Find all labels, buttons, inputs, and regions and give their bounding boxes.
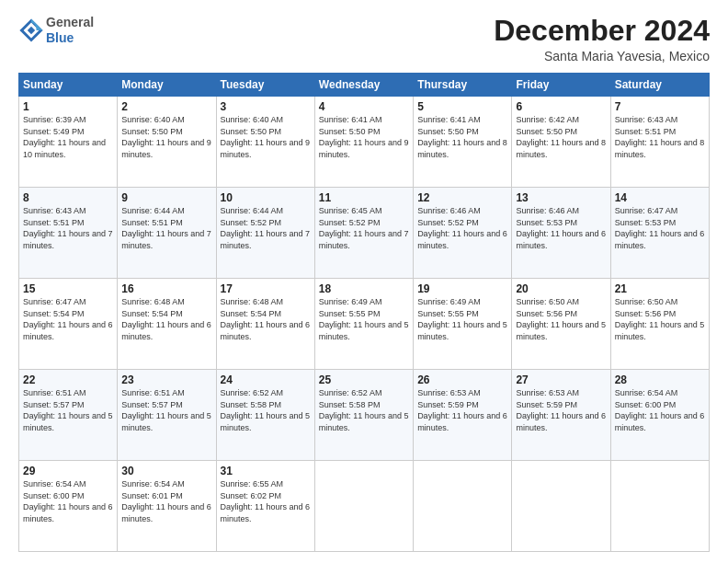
day-number: 1 [23, 100, 113, 113]
logo-general: General [46, 15, 94, 29]
day-info: Sunrise: 6:54 AMSunset: 6:00 PMDaylight:… [615, 387, 705, 433]
day-number: 23 [121, 373, 211, 386]
logo-text-block: General Blue [46, 15, 94, 46]
calendar-cell: 14Sunrise: 6:47 AMSunset: 5:53 PMDayligh… [610, 188, 709, 279]
calendar-cell: 15Sunrise: 6:47 AMSunset: 5:54 PMDayligh… [19, 279, 118, 370]
day-info: Sunrise: 6:51 AMSunset: 5:57 PMDaylight:… [23, 387, 113, 433]
day-number: 7 [615, 100, 705, 113]
day-number: 30 [121, 465, 211, 477]
day-number: 12 [417, 191, 507, 204]
day-info: Sunrise: 6:53 AMSunset: 5:59 PMDaylight:… [417, 387, 507, 433]
col-sunday: Sunday [19, 74, 118, 97]
calendar-cell: 3Sunrise: 6:40 AMSunset: 5:50 PMDaylight… [216, 97, 314, 188]
day-info: Sunrise: 6:41 AMSunset: 5:50 PMDaylight:… [319, 114, 409, 160]
day-info: Sunrise: 6:50 AMSunset: 5:56 PMDaylight:… [615, 296, 705, 342]
calendar-cell: 27Sunrise: 6:53 AMSunset: 5:59 PMDayligh… [512, 370, 610, 461]
calendar-week-2: 8Sunrise: 6:43 AMSunset: 5:51 PMDaylight… [19, 188, 710, 279]
title-area: December 2024 Santa Maria Yavesia, Mexic… [494, 15, 710, 63]
calendar-cell [512, 461, 610, 552]
calendar-cell: 25Sunrise: 6:52 AMSunset: 5:58 PMDayligh… [314, 370, 413, 461]
calendar-header-row: Sunday Monday Tuesday Wednesday Thursday… [19, 74, 710, 97]
day-number: 16 [121, 282, 211, 295]
calendar-cell: 5Sunrise: 6:41 AMSunset: 5:50 PMDaylight… [414, 97, 512, 188]
logo-blue: Blue [46, 30, 74, 45]
day-number: 3 [221, 100, 311, 113]
day-info: Sunrise: 6:47 AMSunset: 5:54 PMDaylight:… [23, 296, 113, 342]
calendar-cell: 10Sunrise: 6:44 AMSunset: 5:52 PMDayligh… [216, 188, 314, 279]
day-number: 11 [319, 191, 409, 204]
day-info: Sunrise: 6:53 AMSunset: 5:59 PMDaylight:… [516, 387, 606, 433]
month-title: December 2024 [494, 15, 710, 47]
col-tuesday: Tuesday [216, 74, 314, 97]
day-info: Sunrise: 6:47 AMSunset: 5:53 PMDaylight:… [615, 205, 705, 251]
calendar-cell: 18Sunrise: 6:49 AMSunset: 5:55 PMDayligh… [314, 279, 413, 370]
calendar-cell: 30Sunrise: 6:54 AMSunset: 6:01 PMDayligh… [118, 461, 216, 552]
calendar-cell: 1Sunrise: 6:39 AMSunset: 5:49 PMDaylight… [19, 97, 118, 188]
calendar-cell: 23Sunrise: 6:51 AMSunset: 5:57 PMDayligh… [118, 370, 216, 461]
day-info: Sunrise: 6:42 AMSunset: 5:50 PMDaylight:… [516, 114, 606, 160]
day-number: 2 [121, 100, 211, 113]
day-number: 6 [516, 100, 606, 113]
calendar-cell [610, 461, 709, 552]
day-info: Sunrise: 6:49 AMSunset: 5:55 PMDaylight:… [417, 296, 507, 342]
calendar-cell: 9Sunrise: 6:44 AMSunset: 5:51 PMDaylight… [118, 188, 216, 279]
calendar-cell: 17Sunrise: 6:48 AMSunset: 5:54 PMDayligh… [216, 279, 314, 370]
calendar-cell: 4Sunrise: 6:41 AMSunset: 5:50 PMDaylight… [314, 97, 413, 188]
col-saturday: Saturday [610, 74, 709, 97]
day-number: 10 [221, 191, 311, 204]
day-info: Sunrise: 6:39 AMSunset: 5:49 PMDaylight:… [23, 114, 113, 160]
col-monday: Monday [118, 74, 216, 97]
day-number: 31 [221, 465, 311, 477]
calendar-cell: 2Sunrise: 6:40 AMSunset: 5:50 PMDaylight… [118, 97, 216, 188]
day-info: Sunrise: 6:44 AMSunset: 5:52 PMDaylight:… [221, 205, 311, 251]
calendar-week-4: 22Sunrise: 6:51 AMSunset: 5:57 PMDayligh… [19, 370, 710, 461]
calendar-cell: 21Sunrise: 6:50 AMSunset: 5:56 PMDayligh… [610, 279, 709, 370]
day-number: 4 [319, 100, 409, 113]
logo-icon [18, 17, 44, 43]
day-info: Sunrise: 6:48 AMSunset: 5:54 PMDaylight:… [121, 296, 211, 342]
logo: General Blue [18, 15, 94, 46]
calendar-cell: 7Sunrise: 6:43 AMSunset: 5:51 PMDaylight… [610, 97, 709, 188]
calendar-table: Sunday Monday Tuesday Wednesday Thursday… [18, 73, 710, 552]
day-number: 25 [319, 373, 409, 386]
day-info: Sunrise: 6:43 AMSunset: 5:51 PMDaylight:… [23, 205, 113, 251]
day-info: Sunrise: 6:52 AMSunset: 5:58 PMDaylight:… [221, 387, 311, 433]
day-number: 14 [615, 191, 705, 204]
day-number: 15 [23, 282, 113, 295]
day-number: 5 [417, 100, 507, 113]
calendar-cell: 16Sunrise: 6:48 AMSunset: 5:54 PMDayligh… [118, 279, 216, 370]
day-info: Sunrise: 6:49 AMSunset: 5:55 PMDaylight:… [319, 296, 409, 342]
day-info: Sunrise: 6:40 AMSunset: 5:50 PMDaylight:… [221, 114, 311, 160]
day-info: Sunrise: 6:44 AMSunset: 5:51 PMDaylight:… [121, 205, 211, 251]
calendar-cell: 29Sunrise: 6:54 AMSunset: 6:00 PMDayligh… [19, 461, 118, 552]
day-info: Sunrise: 6:54 AMSunset: 6:01 PMDaylight:… [121, 478, 211, 524]
location: Santa Maria Yavesia, Mexico [494, 49, 710, 63]
day-info: Sunrise: 6:46 AMSunset: 5:53 PMDaylight:… [516, 205, 606, 251]
day-number: 17 [221, 282, 311, 295]
day-number: 9 [121, 191, 211, 204]
day-number: 20 [516, 282, 606, 295]
day-info: Sunrise: 6:51 AMSunset: 5:57 PMDaylight:… [121, 387, 211, 433]
day-number: 22 [23, 373, 113, 386]
calendar-cell: 20Sunrise: 6:50 AMSunset: 5:56 PMDayligh… [512, 279, 610, 370]
day-info: Sunrise: 6:45 AMSunset: 5:52 PMDaylight:… [319, 205, 409, 251]
calendar-cell: 31Sunrise: 6:55 AMSunset: 6:02 PMDayligh… [216, 461, 314, 552]
header: General Blue December 2024 Santa Maria Y… [18, 15, 710, 63]
day-number: 21 [615, 282, 705, 295]
calendar-cell: 19Sunrise: 6:49 AMSunset: 5:55 PMDayligh… [414, 279, 512, 370]
calendar-cell: 28Sunrise: 6:54 AMSunset: 6:00 PMDayligh… [610, 370, 709, 461]
day-number: 18 [319, 282, 409, 295]
day-info: Sunrise: 6:43 AMSunset: 5:51 PMDaylight:… [615, 114, 705, 160]
calendar-week-3: 15Sunrise: 6:47 AMSunset: 5:54 PMDayligh… [19, 279, 710, 370]
day-number: 26 [417, 373, 507, 386]
calendar-cell: 26Sunrise: 6:53 AMSunset: 5:59 PMDayligh… [414, 370, 512, 461]
day-number: 8 [23, 191, 113, 204]
day-number: 24 [221, 373, 311, 386]
day-number: 29 [23, 465, 113, 477]
calendar-cell: 11Sunrise: 6:45 AMSunset: 5:52 PMDayligh… [314, 188, 413, 279]
calendar-cell: 8Sunrise: 6:43 AMSunset: 5:51 PMDaylight… [19, 188, 118, 279]
calendar-cell: 13Sunrise: 6:46 AMSunset: 5:53 PMDayligh… [512, 188, 610, 279]
day-info: Sunrise: 6:48 AMSunset: 5:54 PMDaylight:… [221, 296, 311, 342]
day-info: Sunrise: 6:41 AMSunset: 5:50 PMDaylight:… [417, 114, 507, 160]
day-number: 13 [516, 191, 606, 204]
